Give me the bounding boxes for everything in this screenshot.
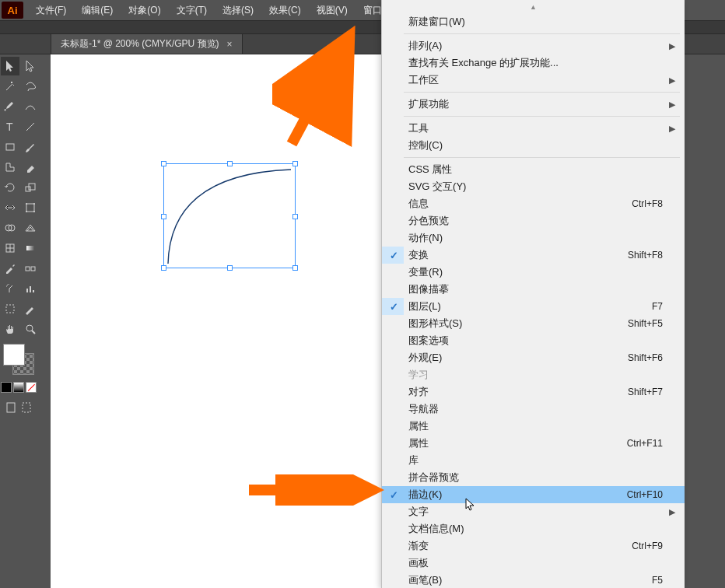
menu-type[interactable]: 文字(T) bbox=[169, 1, 215, 20]
menu-item[interactable]: 图像描摹 bbox=[382, 281, 685, 298]
menu-item[interactable]: 扩展功能▶ bbox=[382, 96, 685, 113]
paintbrush-tool[interactable] bbox=[21, 138, 40, 156]
menu-item[interactable]: 文档信息(M) bbox=[382, 520, 685, 537]
resize-handle-tr[interactable] bbox=[292, 161, 298, 166]
resize-handle-bl[interactable] bbox=[161, 265, 166, 271]
menu-item[interactable]: 动作(N) bbox=[382, 229, 685, 247]
menu-item[interactable]: SVG 交互(Y) bbox=[382, 178, 685, 195]
lasso-tool[interactable] bbox=[21, 77, 40, 96]
menu-item-label: 画板 bbox=[408, 556, 429, 570]
menu-select[interactable]: 选择(S) bbox=[215, 1, 261, 20]
menu-item[interactable]: CSS 属性 bbox=[382, 161, 685, 178]
svg-rect-25 bbox=[23, 403, 30, 412]
eraser-tool[interactable] bbox=[21, 158, 40, 177]
menu-item[interactable]: 工作区▶ bbox=[382, 72, 685, 89]
menu-item-label: 渐变 bbox=[408, 539, 429, 553]
hand-tool[interactable] bbox=[1, 320, 19, 338]
swatch-none[interactable] bbox=[26, 382, 37, 393]
menu-item-label: 属性 bbox=[408, 419, 429, 433]
tool-palette: T bbox=[0, 54, 40, 418]
type-tool[interactable]: T bbox=[1, 117, 19, 136]
symbol-sprayer-tool[interactable] bbox=[1, 279, 19, 298]
curvature-tool[interactable] bbox=[21, 97, 40, 116]
menu-shortcut: F7 bbox=[652, 301, 663, 312]
menu-shortcut: F5 bbox=[652, 575, 663, 586]
column-graph-tool[interactable] bbox=[21, 279, 40, 298]
menu-item[interactable]: 渐变Ctrl+F9 bbox=[382, 537, 685, 555]
menu-scroll-up[interactable]: ▲ bbox=[382, 0, 685, 13]
menu-item[interactable]: 排列(A)▶ bbox=[382, 37, 685, 54]
svg-point-22 bbox=[26, 325, 33, 331]
selected-object[interactable] bbox=[163, 163, 296, 268]
menu-effect[interactable]: 效果(C) bbox=[261, 1, 309, 20]
menu-shortcut: Shift+F6 bbox=[628, 352, 663, 363]
menu-item[interactable]: 文字▶ bbox=[382, 503, 685, 520]
fill-color-swatch[interactable] bbox=[3, 344, 25, 366]
shape-builder-tool[interactable] bbox=[1, 219, 19, 237]
mesh-tool[interactable] bbox=[1, 239, 19, 257]
menu-item[interactable]: 属性 bbox=[382, 418, 685, 435]
scale-tool[interactable] bbox=[21, 178, 40, 197]
menu-item[interactable]: 外观(E)Shift+F6 bbox=[382, 349, 685, 366]
menu-item[interactable]: 库 bbox=[382, 452, 685, 469]
zoom-tool[interactable] bbox=[21, 320, 40, 338]
free-transform-tool[interactable] bbox=[21, 198, 40, 217]
menu-item[interactable]: 图形样式(S)Shift+F5 bbox=[382, 315, 685, 332]
resize-handle-tl[interactable] bbox=[161, 161, 166, 166]
menu-item[interactable]: 拼合器预览 bbox=[382, 469, 685, 486]
resize-handle-tm[interactable] bbox=[227, 161, 233, 166]
menu-item[interactable]: 分色预览 bbox=[382, 212, 685, 229]
resize-handle-bm[interactable] bbox=[227, 265, 233, 271]
menu-item[interactable]: 图案选项 bbox=[382, 332, 685, 349]
pen-tool[interactable] bbox=[1, 97, 19, 116]
draw-mode-buttons[interactable] bbox=[0, 398, 39, 417]
perspective-grid-tool[interactable] bbox=[21, 219, 40, 237]
canvas[interactable] bbox=[51, 54, 385, 588]
document-tab[interactable]: 未标题-1* @ 200% (CMYK/GPU 预览) × bbox=[51, 34, 243, 54]
menu-object[interactable]: 对象(O) bbox=[121, 1, 168, 20]
blend-tool[interactable] bbox=[21, 259, 40, 278]
menu-edit[interactable]: 编辑(E) bbox=[74, 1, 121, 20]
menu-item[interactable]: 变量(R) bbox=[382, 264, 685, 281]
resize-handle-mr[interactable] bbox=[292, 214, 298, 219]
menu-shortcut: Ctrl+F8 bbox=[632, 198, 663, 209]
svg-rect-17 bbox=[31, 267, 35, 271]
resize-handle-ml[interactable] bbox=[161, 214, 166, 219]
rotate-tool[interactable] bbox=[1, 178, 19, 197]
menu-item-label: 图像描摹 bbox=[408, 282, 449, 296]
menu-item[interactable]: ✓图层(L)F7 bbox=[382, 298, 685, 315]
menu-item[interactable]: 画板 bbox=[382, 555, 685, 572]
color-picker[interactable] bbox=[0, 342, 39, 380]
tab-close-button[interactable]: × bbox=[227, 39, 233, 50]
menu-item[interactable]: 对齐Shift+F7 bbox=[382, 383, 685, 401]
width-tool[interactable] bbox=[1, 198, 19, 217]
menu-item[interactable]: 画笔(B)F5 bbox=[382, 572, 685, 588]
menu-view[interactable]: 视图(V) bbox=[309, 1, 355, 20]
shaper-tool[interactable] bbox=[1, 158, 19, 177]
menu-item[interactable]: 属性Ctrl+F11 bbox=[382, 435, 685, 452]
svg-rect-24 bbox=[7, 403, 15, 412]
menu-item[interactable]: 导航器 bbox=[382, 401, 685, 418]
selection-tool[interactable] bbox=[1, 57, 19, 75]
menu-item[interactable]: 信息Ctrl+F8 bbox=[382, 195, 685, 212]
resize-handle-br[interactable] bbox=[292, 265, 298, 271]
menu-item[interactable]: 控制(C) bbox=[382, 137, 685, 154]
svg-line-23 bbox=[32, 331, 35, 334]
menu-item[interactable]: 新建窗口(W) bbox=[382, 13, 685, 30]
menu-file[interactable]: 文件(F) bbox=[28, 1, 74, 20]
menu-item[interactable]: ✓描边(K)Ctrl+F10 bbox=[382, 486, 685, 503]
menu-item[interactable]: ✓变换Shift+F8 bbox=[382, 247, 685, 264]
line-tool[interactable] bbox=[21, 117, 40, 136]
menu-item[interactable]: 工具▶ bbox=[382, 120, 685, 137]
magic-wand-tool[interactable] bbox=[1, 77, 19, 96]
menu-item[interactable]: 查找有关 Exchange 的扩展功能... bbox=[382, 54, 685, 72]
direct-selection-tool[interactable] bbox=[21, 57, 40, 75]
swatch-solid[interactable] bbox=[1, 382, 12, 393]
eyedropper-tool[interactable] bbox=[1, 259, 19, 278]
artboard-tool[interactable] bbox=[1, 299, 19, 318]
submenu-arrow-icon: ▶ bbox=[669, 507, 675, 517]
slice-tool[interactable] bbox=[21, 299, 40, 318]
rectangle-tool[interactable] bbox=[1, 138, 19, 156]
gradient-tool[interactable] bbox=[21, 239, 40, 257]
swatch-gradient[interactable] bbox=[13, 382, 24, 393]
